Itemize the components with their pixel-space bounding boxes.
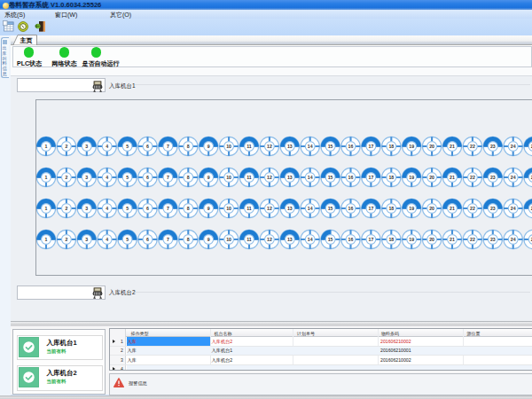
svg-text:13: 13: [287, 206, 293, 211]
svg-text:6: 6: [146, 175, 149, 180]
svg-text:12: 12: [267, 175, 272, 180]
svg-text:13: 13: [287, 175, 293, 180]
svg-text:20: 20: [429, 175, 434, 180]
svg-text:6: 6: [146, 206, 149, 211]
svg-text:20: 20: [429, 237, 434, 242]
svg-text:18: 18: [388, 144, 394, 149]
svg-text:15: 15: [328, 175, 333, 180]
svg-text:1: 1: [45, 206, 48, 211]
svg-text:7: 7: [167, 144, 169, 149]
svg-text:12: 12: [267, 237, 272, 242]
svg-text:17: 17: [369, 237, 374, 242]
svg-text:11: 11: [246, 237, 252, 242]
svg-text:1: 1: [45, 144, 48, 149]
svg-text:1: 1: [45, 237, 48, 242]
svg-text:6: 6: [146, 237, 149, 242]
svg-text:3: 3: [85, 237, 88, 242]
svg-text:18: 18: [388, 237, 394, 242]
svg-text:22: 22: [470, 175, 475, 180]
svg-text:8: 8: [187, 175, 190, 180]
svg-text:3: 3: [85, 144, 88, 149]
svg-text:5: 5: [126, 237, 129, 242]
svg-text:10: 10: [226, 144, 231, 149]
svg-text:23: 23: [490, 144, 496, 149]
svg-text:1: 1: [45, 175, 48, 180]
svg-text:23: 23: [490, 175, 496, 180]
svg-text:10: 10: [226, 175, 231, 180]
svg-text:10: 10: [226, 237, 231, 242]
svg-text:15: 15: [328, 144, 333, 149]
svg-text:2: 2: [65, 237, 67, 242]
svg-text:3: 3: [85, 175, 88, 180]
svg-text:19: 19: [409, 206, 414, 211]
svg-text:12: 12: [267, 206, 272, 211]
svg-text:4: 4: [106, 175, 108, 180]
svg-text:9: 9: [207, 175, 210, 180]
svg-text:13: 13: [287, 237, 293, 242]
svg-text:4: 4: [106, 237, 108, 242]
svg-text:5: 5: [126, 175, 129, 180]
svg-text:22: 22: [470, 144, 475, 149]
svg-text:10: 10: [226, 206, 231, 211]
svg-text:9: 9: [207, 206, 210, 211]
svg-text:21: 21: [450, 206, 455, 211]
svg-text:16: 16: [348, 206, 354, 211]
svg-text:12: 12: [267, 144, 272, 149]
svg-text:20: 20: [429, 206, 434, 211]
svg-text:11: 11: [246, 175, 252, 180]
svg-text:16: 16: [348, 144, 354, 149]
svg-text:5: 5: [126, 206, 129, 211]
svg-text:22: 22: [470, 206, 475, 211]
svg-text:20: 20: [429, 144, 434, 149]
svg-text:4: 4: [106, 206, 108, 211]
svg-text:15: 15: [328, 206, 333, 211]
svg-text:9: 9: [207, 237, 210, 242]
svg-text:13: 13: [287, 144, 293, 149]
svg-text:24: 24: [511, 144, 516, 149]
svg-text:6: 6: [146, 144, 149, 149]
svg-text:7: 7: [167, 175, 169, 180]
svg-text:3: 3: [85, 206, 88, 211]
svg-text:22: 22: [470, 237, 475, 242]
svg-text:17: 17: [369, 206, 374, 211]
svg-text:24: 24: [511, 175, 516, 180]
svg-text:7: 7: [167, 206, 169, 211]
svg-text:8: 8: [187, 206, 190, 211]
svg-text:2: 2: [65, 175, 67, 180]
svg-text:7: 7: [167, 237, 169, 242]
svg-text:14: 14: [308, 175, 313, 180]
svg-text:18: 18: [388, 175, 394, 180]
svg-text:4: 4: [106, 144, 108, 149]
svg-text:21: 21: [450, 237, 455, 242]
svg-text:24: 24: [511, 206, 516, 211]
svg-text:23: 23: [490, 237, 496, 242]
svg-text:16: 16: [348, 175, 354, 180]
svg-text:24: 24: [511, 237, 516, 242]
svg-text:23: 23: [490, 206, 496, 211]
svg-text:17: 17: [369, 175, 374, 180]
svg-text:17: 17: [369, 144, 374, 149]
svg-text:9: 9: [207, 144, 210, 149]
svg-text:14: 14: [308, 144, 313, 149]
svg-text:21: 21: [450, 144, 455, 149]
svg-text:16: 16: [348, 237, 354, 242]
svg-text:11: 11: [246, 206, 252, 211]
svg-text:5: 5: [126, 144, 129, 149]
svg-text:19: 19: [409, 237, 414, 242]
svg-text:8: 8: [187, 237, 190, 242]
svg-text:18: 18: [388, 206, 394, 211]
svg-text:14: 14: [308, 237, 313, 242]
svg-text:21: 21: [450, 175, 455, 180]
svg-text:11: 11: [246, 144, 252, 149]
svg-text:2: 2: [65, 206, 67, 211]
svg-text:19: 19: [409, 144, 414, 149]
svg-text:14: 14: [308, 206, 313, 211]
svg-text:19: 19: [409, 175, 414, 180]
svg-text:2: 2: [65, 144, 67, 149]
svg-text:15: 15: [328, 237, 333, 242]
svg-text:8: 8: [187, 144, 190, 149]
